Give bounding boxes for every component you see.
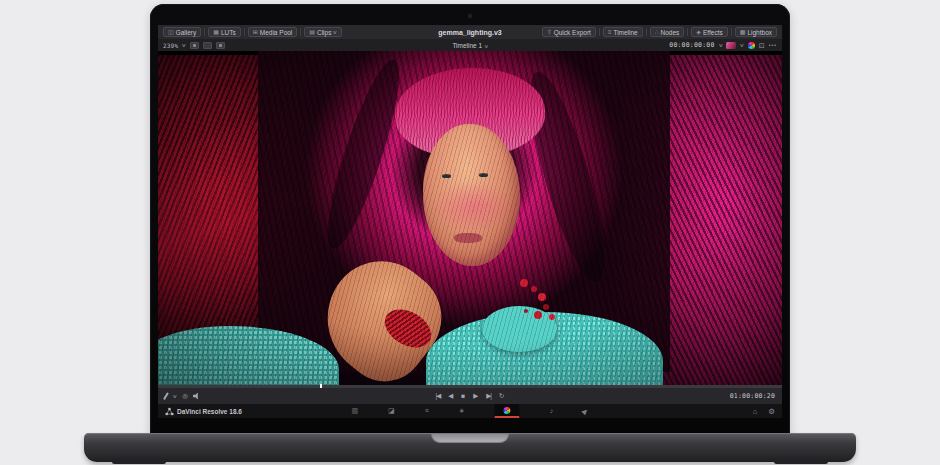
chevron-down-icon: ∨ bbox=[739, 42, 744, 48]
color-page-icon bbox=[504, 407, 511, 414]
fusion-page-tab[interactable]: ∗ bbox=[459, 407, 465, 418]
timeline-selector-label: Timeline 1 bbox=[452, 42, 482, 49]
gallery-button[interactable]: ◫ Gallery bbox=[163, 27, 201, 37]
project-title: gemma_lighting.v3 bbox=[438, 29, 501, 36]
lightbox-button[interactable]: ▩ Lightbox bbox=[735, 27, 777, 37]
loop-button[interactable]: ↻ bbox=[499, 393, 504, 400]
luts-button[interactable]: ▦ LUTs bbox=[208, 27, 240, 37]
page-bar: DaVinci Resolve 18.6 ▥ ◪ ≡ ∗ ♪ ▶ ⌂ ⚙ bbox=[158, 404, 782, 418]
divider bbox=[646, 28, 647, 36]
timeline-selector[interactable]: Timeline 1 ∨ bbox=[452, 42, 487, 49]
photo-fur-texture bbox=[158, 55, 782, 385]
gallery-icon: ◫ bbox=[168, 29, 174, 35]
viewer-mode-toggle-1[interactable] bbox=[190, 42, 199, 49]
luts-icon: ▦ bbox=[213, 29, 219, 35]
divider bbox=[244, 28, 245, 36]
timeline-button[interactable]: ≡ Timeline bbox=[603, 27, 643, 37]
luts-label: LUTs bbox=[221, 29, 236, 36]
webcam-dot bbox=[468, 14, 472, 18]
viewer-header: 239% ∨ Timeline 1 ∨ 00:00:00:00 ∨ ∨ ⊡ ••… bbox=[158, 39, 782, 51]
transport-controls: |◀ ◀ ■ ▶ ▶| ↻ bbox=[436, 393, 505, 400]
clips-label: Clips bbox=[317, 29, 331, 36]
quick-export-button[interactable]: ⇧ Quick Export bbox=[542, 27, 596, 37]
deliver-page-tab[interactable]: ▶ bbox=[580, 407, 592, 418]
nodes-icon: ∴ bbox=[655, 29, 659, 35]
media-pool-label: Media Pool bbox=[260, 29, 293, 36]
app-brand: DaVinci Resolve 18.6 bbox=[165, 407, 242, 416]
viewer-timecode[interactable]: 00:00:00:00 bbox=[669, 41, 714, 49]
effects-label: Effects bbox=[703, 29, 723, 36]
app-version-label: DaVinci Resolve 18.6 bbox=[177, 408, 242, 415]
zoom-level-select[interactable]: 239% bbox=[163, 42, 178, 49]
chevron-down-icon: ∨ bbox=[718, 42, 723, 48]
viewer bbox=[158, 51, 782, 385]
divider bbox=[204, 28, 205, 36]
project-manager-home-button[interactable]: ⌂ bbox=[753, 407, 758, 416]
media-pool-button[interactable]: ⊞ Media Pool bbox=[248, 27, 298, 37]
expand-icon[interactable]: ⊡ bbox=[759, 42, 765, 49]
edit-page-tab[interactable]: ≡ bbox=[425, 407, 429, 418]
go-to-end-button[interactable]: ▶| bbox=[486, 393, 491, 400]
chevron-down-icon: ∨ bbox=[333, 29, 338, 35]
clip-thumbnail-icon[interactable] bbox=[726, 42, 736, 49]
color-page-tab-active[interactable] bbox=[495, 404, 520, 418]
laptop-foot bbox=[112, 459, 166, 464]
play-button[interactable]: ▶ bbox=[473, 393, 478, 400]
divider bbox=[687, 28, 688, 36]
bypass-grades-icon[interactable]: ◎ bbox=[182, 393, 187, 400]
media-pool-icon: ⊞ bbox=[253, 29, 258, 35]
lid-thumb-notch bbox=[431, 434, 509, 443]
effects-button[interactable]: ◈ Effects bbox=[691, 27, 727, 37]
chevron-down-icon: ∨ bbox=[182, 42, 187, 48]
chevron-down-icon: ∨ bbox=[483, 43, 488, 49]
export-icon: ⇧ bbox=[547, 29, 552, 35]
quick-export-label: Quick Export bbox=[554, 29, 591, 36]
speaker-icon[interactable] bbox=[193, 393, 201, 400]
project-settings-gear-button[interactable]: ⚙ bbox=[768, 407, 775, 416]
playhead-timecode: 01:00:00:20 bbox=[730, 392, 775, 400]
nodes-button[interactable]: ∴ Nodes bbox=[650, 27, 685, 37]
laptop-foot bbox=[774, 459, 828, 464]
lightbox-label: Lightbox bbox=[747, 29, 772, 36]
divider bbox=[731, 28, 732, 36]
laptop-lid: ◫ Gallery ▦ LUTs ⊞ Media Pool ▤ Clips ∨ … bbox=[150, 4, 790, 438]
viewer-image bbox=[158, 55, 782, 385]
more-options-button[interactable]: ••• bbox=[769, 43, 777, 48]
gallery-label: Gallery bbox=[176, 29, 197, 36]
color-wheel-icon[interactable] bbox=[748, 42, 755, 49]
nodes-label: Nodes bbox=[661, 29, 680, 36]
divider bbox=[599, 28, 600, 36]
viewer-mode-toggle-3[interactable] bbox=[216, 42, 225, 49]
media-page-tab[interactable]: ▥ bbox=[351, 407, 358, 418]
page-tabs: ▥ ◪ ≡ ∗ ♪ ▶ bbox=[351, 404, 588, 418]
viewer-mode-toggle-2[interactable] bbox=[203, 42, 212, 49]
screen: ◫ Gallery ▦ LUTs ⊞ Media Pool ▤ Clips ∨ … bbox=[158, 25, 782, 418]
top-toolbar: ◫ Gallery ▦ LUTs ⊞ Media Pool ▤ Clips ∨ … bbox=[158, 25, 782, 39]
timeline-label: Timeline bbox=[613, 29, 637, 36]
lightbox-icon: ▩ bbox=[740, 29, 746, 35]
fairlight-page-tab[interactable]: ♪ bbox=[550, 407, 554, 418]
wand-icon[interactable] bbox=[163, 392, 169, 400]
play-reverse-button[interactable]: ◀ bbox=[448, 393, 453, 400]
cut-page-tab[interactable]: ◪ bbox=[388, 407, 395, 418]
chevron-down-icon: ∨ bbox=[172, 393, 177, 399]
stop-button[interactable]: ■ bbox=[461, 393, 465, 400]
clips-icon: ▤ bbox=[309, 29, 315, 35]
clips-button[interactable]: ▤ Clips ∨ bbox=[304, 27, 342, 37]
timeline-icon: ≡ bbox=[608, 29, 612, 35]
divider bbox=[300, 28, 301, 36]
transport-bar: ∨ ◎ |◀ ◀ ■ ▶ ▶| ↻ 01:00:00:20 bbox=[158, 388, 782, 404]
go-to-start-button[interactable]: |◀ bbox=[436, 393, 441, 400]
davinci-logo-icon bbox=[165, 407, 174, 416]
effects-icon: ◈ bbox=[696, 29, 701, 35]
